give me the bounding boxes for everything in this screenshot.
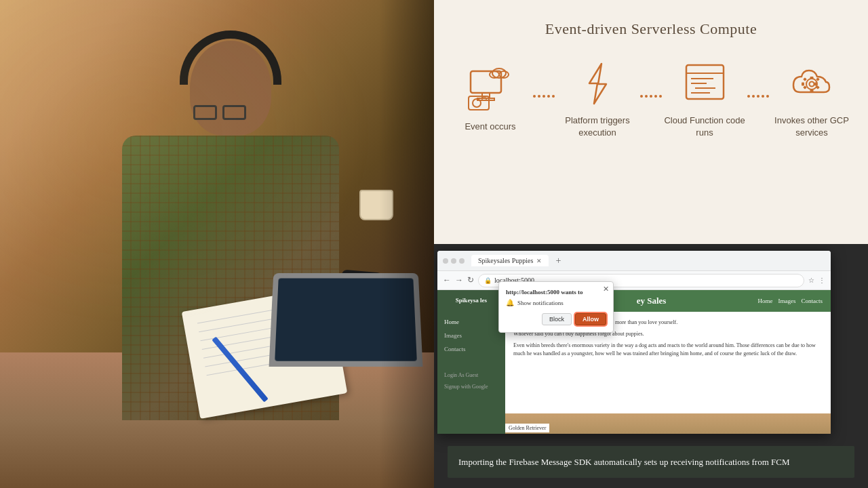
- dot: [650, 95, 652, 98]
- browser-window-controls: [443, 258, 465, 264]
- svg-rect-20: [802, 83, 804, 86]
- bookmark-button[interactable]: ☆: [808, 277, 814, 284]
- svg-rect-10: [686, 65, 724, 99]
- svg-marker-9: [589, 64, 606, 104]
- event-occurs-label: Event occurs: [465, 121, 515, 133]
- slide-browser: Spikeysales Puppies ✕ + ← → ↻ 🔒 localhos…: [434, 244, 868, 488]
- window-min-dot: [451, 258, 456, 264]
- svg-rect-21: [814, 83, 817, 86]
- slide-title: Event-driven Serverless Compute: [545, 20, 757, 38]
- platform-triggers-label: Platform triggers execution: [555, 115, 640, 139]
- dot: [654, 95, 657, 98]
- left-photo-panel: [0, 0, 434, 488]
- svg-rect-0: [471, 71, 501, 93]
- dot: [547, 95, 550, 98]
- event-icon: [465, 64, 516, 115]
- lightning-icon: [572, 58, 623, 109]
- dots-3: [747, 95, 769, 98]
- dots-1: [533, 95, 555, 98]
- dot: [538, 95, 540, 98]
- svg-rect-19: [810, 89, 813, 92]
- nav-images[interactable]: Images: [778, 298, 796, 304]
- dot: [542, 95, 545, 98]
- dialog-permission-text: Show notifications: [517, 300, 564, 306]
- cloud-function-label: Cloud Function code runs: [662, 115, 747, 139]
- website-sidebar: Spikeysa les Home Images Contacts Login …: [437, 290, 505, 434]
- tab-close-button[interactable]: ✕: [536, 258, 542, 264]
- dot: [640, 95, 643, 98]
- diagram-item-gcp: Invokes other GCP services: [769, 58, 854, 139]
- more-button[interactable]: ⋮: [818, 277, 825, 284]
- browser-tab[interactable]: Spikeysales Puppies ✕: [471, 255, 549, 266]
- nav-home[interactable]: Home: [758, 298, 773, 304]
- signup-google-link[interactable]: Signup with Google: [441, 381, 502, 392]
- dot: [533, 95, 536, 98]
- connector-2: [640, 95, 662, 98]
- code-icon: [679, 58, 730, 109]
- dog-label: Golden Retriever: [505, 424, 549, 432]
- login-guest-link[interactable]: Login As Guest: [441, 369, 502, 381]
- glasses: [193, 105, 246, 120]
- edge-shadow: [380, 0, 434, 488]
- new-tab-button[interactable]: +: [555, 256, 561, 266]
- dialog-url-text: http://localhost:5000 wants to: [506, 289, 606, 296]
- dialog-buttons: Block Allow: [506, 313, 606, 325]
- para-3: Even within breeds there's enormous vari…: [513, 342, 823, 359]
- bell-icon: 🔔: [506, 299, 514, 306]
- window-close-dot: [443, 258, 448, 264]
- caption-text: Importing the Firebase Message SDK autom…: [458, 457, 790, 467]
- browser-tab-bar: Spikeysales Puppies ✕ +: [437, 251, 831, 271]
- sidebar-menu-contacts[interactable]: Contacts: [441, 342, 502, 356]
- diagram-item-event: Event occurs: [448, 64, 533, 133]
- browser-content-area: Spikeysa les Home Images Contacts Login …: [437, 290, 831, 434]
- nav-contacts[interactable]: Contacts: [802, 298, 823, 304]
- svg-rect-18: [810, 77, 813, 79]
- slide-serverless: Event-driven Serverless Compute: [434, 0, 868, 244]
- dot: [752, 95, 755, 98]
- invokes-gcp-label: Invokes other GCP services: [769, 115, 854, 139]
- allow-button[interactable]: Allow: [575, 313, 606, 325]
- notification-dialog: ✕ http://localhost:5000 wants to 🔔 Show …: [498, 281, 614, 333]
- svg-point-17: [809, 82, 814, 87]
- dot: [747, 95, 750, 98]
- back-button[interactable]: ←: [443, 275, 451, 285]
- website-title-2: ey Sales: [637, 296, 667, 306]
- caption-overlay: Importing the Firebase Message SDK autom…: [448, 446, 854, 479]
- diagram-item-cloud-function: Cloud Function code runs: [662, 58, 747, 139]
- sidebar-menu-images[interactable]: Images: [441, 329, 502, 342]
- left-lens: [193, 105, 217, 120]
- sidebar-menu: Home Images Contacts: [441, 315, 502, 356]
- dot: [645, 95, 648, 98]
- dialog-close-button[interactable]: ✕: [603, 285, 609, 293]
- dots-2: [640, 95, 662, 98]
- website-main-nav: Home Images Contacts: [758, 298, 823, 304]
- right-panel: Event-driven Serverless Compute: [434, 0, 868, 488]
- block-button[interactable]: Block: [542, 313, 572, 325]
- diagram-item-platform: Platform triggers execution: [555, 58, 640, 139]
- reload-button[interactable]: ↻: [467, 275, 474, 285]
- dog-image-preview: Golden Retriever: [505, 413, 831, 434]
- tab-title: Spikeysales Puppies: [478, 257, 533, 264]
- connector-1: [533, 95, 555, 98]
- right-lens: [222, 105, 246, 120]
- dot: [762, 95, 764, 98]
- window-max-dot: [459, 258, 465, 264]
- sidebar-auth-links: Login As Guest Signup with Google: [441, 369, 502, 392]
- connector-3: [747, 95, 769, 98]
- svg-rect-22: [803, 77, 807, 81]
- gcp-cloud-icon: [787, 58, 837, 109]
- sidebar-menu-home[interactable]: Home: [441, 315, 502, 329]
- website-logo: Spikeysa les: [441, 297, 502, 305]
- diagram-row: Event occurs: [448, 58, 854, 139]
- dialog-permission-row: 🔔 Show notifications: [506, 299, 606, 306]
- dot: [757, 95, 760, 98]
- forward-button[interactable]: →: [455, 275, 463, 285]
- browser-window[interactable]: Spikeysales Puppies ✕ + ← → ↻ 🔒 localhos…: [437, 251, 831, 434]
- browser-nav-bar: ← → ↻ 🔒 localhost:5000 ☆ ⋮: [437, 271, 831, 290]
